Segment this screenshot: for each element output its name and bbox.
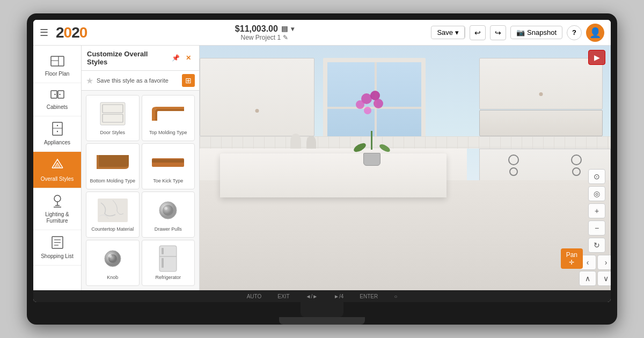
left-upper-cabinets [200, 58, 314, 136]
nav-right-button[interactable]: › [597, 255, 611, 270]
nav-top-row: ‹ › [579, 255, 611, 270]
pan-label: Pan ✛ [566, 251, 577, 266]
zoom-out-icon: − [595, 224, 599, 232]
cabinet-upper-right-1 [479, 58, 603, 109]
sidebar-item-appliances[interactable]: Appliances [33, 116, 81, 152]
svg-rect-34 [162, 258, 164, 268]
bottom-nav1: ◄/► [306, 293, 318, 299]
island-top [220, 153, 446, 197]
price-value: $11,003.00 [235, 24, 278, 34]
panel-item-top-molding[interactable]: Top Molding Type [142, 95, 195, 141]
rotate-button[interactable]: ↻ [588, 238, 605, 253]
fav-label: Save this style as a favorite [97, 77, 179, 84]
svg-point-26 [163, 205, 173, 216]
panel-item-door-styles[interactable]: Door Styles [86, 95, 140, 141]
bottom-enter: ENTER [360, 293, 378, 299]
edit-icon[interactable]: ✎ [283, 34, 288, 41]
appliances-icon [51, 122, 64, 137]
top-bar-center: $11,003.00 ▤ ▾ New Project 1 ✎ [98, 24, 431, 41]
nav-up-icon: ∧ [585, 274, 590, 283]
price-dropdown[interactable]: ▾ [291, 25, 294, 33]
burner-1 [508, 155, 519, 165]
zoom-in-button[interactable]: + [588, 203, 605, 218]
avatar-icon: 👤 [589, 27, 601, 39]
video-button[interactable]: ▶ [588, 50, 605, 65]
countertop-img [96, 196, 130, 224]
price-icon[interactable]: ▤ [281, 25, 288, 33]
panel-title: Customize Overall Styles [87, 50, 170, 66]
backsplash [200, 136, 611, 149]
drawer-pulls-label: Drawer Pulls [155, 226, 182, 232]
sidebar-item-shopping-list[interactable]: Shopping List [33, 230, 81, 266]
undo-button[interactable]: ↩ [470, 25, 486, 40]
sidebar-appliances-label: Appliances [44, 139, 70, 146]
grid-icon: ⊞ [185, 76, 192, 85]
grid-view-button[interactable]: ⊞ [182, 74, 195, 87]
bottom-molding-label: Bottom Molding Type [90, 178, 135, 184]
panel-item-fridge[interactable]: Refrigerator [142, 240, 195, 286]
cabinet-knob-2 [539, 92, 543, 96]
panel-item-knob[interactable]: Knob [86, 240, 140, 286]
help-button[interactable]: ? [567, 25, 582, 40]
orchid-plant [348, 91, 396, 160]
camera-icon: 📷 [516, 28, 525, 36]
3d-view: ▶ ⊙ ◎ + [200, 46, 611, 290]
save-button[interactable]: Save ▾ [431, 26, 465, 39]
redo-button[interactable]: ↪ [490, 25, 506, 40]
svg-rect-23 [152, 159, 184, 163]
save-label: Save [437, 28, 453, 36]
sidebar-item-lighting[interactable]: Lighting & Furniture [33, 188, 81, 230]
cabinet-upper-left-1 [200, 58, 314, 136]
svg-rect-33 [162, 248, 164, 254]
nav-down-button[interactable]: ∨ [597, 271, 611, 286]
nav-right-icon: › [605, 258, 608, 267]
right-upper-cabinets [479, 58, 603, 136]
zoom-out-button[interactable]: − [588, 221, 605, 236]
zoom-in-icon: + [595, 207, 599, 215]
top-bar: ☰ 2020 $11,003.00 ▤ ▾ New Project 1 ✎ [33, 20, 611, 46]
sidebar-item-floor-plan[interactable]: Floor Plan [33, 50, 81, 83]
sidebar-item-cabinets[interactable]: Cabinets [33, 83, 81, 116]
svg-rect-3 [51, 91, 57, 98]
sidebar-lighting-label: Lighting & Furniture [35, 211, 79, 224]
orchid-flowers [348, 91, 391, 131]
range-hood [479, 110, 603, 136]
hamburger-icon[interactable]: ☰ [40, 27, 48, 39]
top-molding-img [151, 100, 185, 128]
shopping-list-icon [51, 236, 64, 251]
location-button[interactable]: ⊙ [588, 169, 605, 184]
svg-rect-4 [58, 91, 64, 98]
nav-up-button[interactable]: ∧ [579, 271, 596, 286]
door-styles-label: Door Styles [100, 130, 125, 136]
sidebar-item-overall-styles[interactable]: Overall Styles [33, 152, 81, 188]
compass-button[interactable]: ◎ [588, 186, 605, 201]
sidebar-floor-plan-label: Floor Plan [45, 71, 70, 77]
panel-item-bottom-molding[interactable]: Bottom Molding Type [86, 143, 140, 189]
logo-area: ☰ 2020 [40, 24, 87, 41]
toe-kick-img [151, 148, 185, 176]
svg-point-9 [56, 125, 57, 126]
snapshot-button[interactable]: 📷 Snapshot [510, 26, 562, 39]
floor-plan-icon [50, 55, 65, 69]
location-icon: ⊙ [594, 172, 600, 181]
panel-item-toe-kick[interactable]: Toe Kick Type [142, 143, 195, 189]
bottom-exit: EXIT [277, 293, 289, 299]
panel-close-button[interactable]: ✕ [183, 53, 194, 63]
canister-1 [290, 134, 301, 149]
main-content: Floor Plan Cabinets [33, 46, 611, 290]
monitor-stand [301, 302, 343, 317]
svg-rect-0 [51, 56, 64, 66]
compass-icon: ◎ [594, 189, 600, 198]
panel-item-drawer-pulls[interactable]: Drawer Pulls [142, 192, 195, 238]
door-styles-img [96, 100, 130, 128]
panel-item-countertop[interactable]: Countertop Material [86, 192, 140, 238]
bottom-nav2: ►/4 [334, 293, 343, 299]
panel-pin-button[interactable]: 📌 [170, 53, 181, 63]
top-bar-right: Save ▾ ↩ ↪ 📷 Snapshot ? [431, 24, 604, 42]
overall-styles-icon [50, 157, 65, 174]
avatar[interactable]: 👤 [586, 24, 604, 42]
nav-arrows: ‹ › ∧ [579, 255, 611, 286]
rotate-icon: ↻ [594, 241, 600, 249]
pan-button[interactable]: Pan ✛ [561, 248, 583, 269]
star-icon[interactable]: ★ [86, 76, 93, 86]
